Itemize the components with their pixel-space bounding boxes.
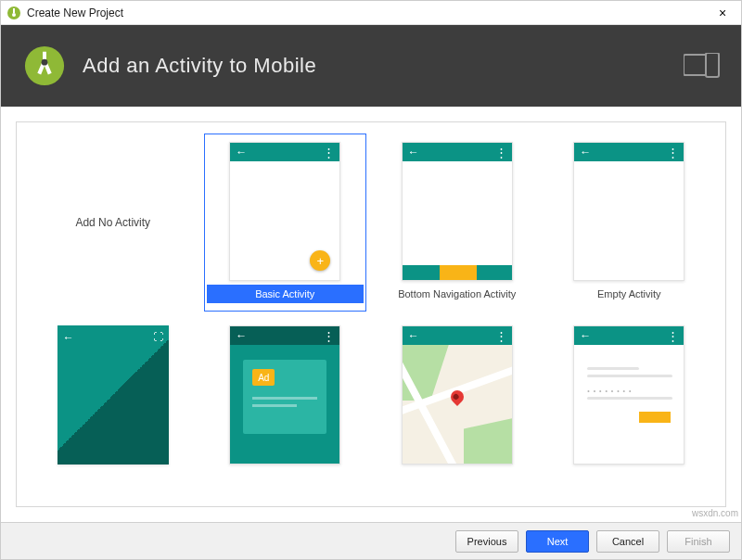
template-basic-activity[interactable]: ← ⋮ + Basic Activity [204, 134, 367, 312]
svg-rect-6 [706, 53, 719, 77]
template-bottom-navigation-activity[interactable]: ← ⋮ Bottom Navigation Activity [376, 134, 539, 312]
template-label [34, 468, 192, 487]
back-arrow-icon: ← [580, 329, 591, 342]
back-arrow-icon: ← [236, 329, 247, 342]
thumbnail-appbar: ← ⋮ [574, 326, 684, 345]
template-empty-activity[interactable]: ← ⋮ Empty Activity [548, 134, 711, 312]
thumbnail-appbar: ← ⋮ [230, 143, 339, 161]
template-thumbnail: ← ⋮ • • • • • • • • [573, 325, 684, 465]
template-label: Bottom Navigation Activity [378, 285, 536, 303]
template-google-maps-activity[interactable]: ← ⋮ [376, 317, 539, 495]
back-arrow-icon: ← [408, 329, 419, 342]
login-field [587, 367, 639, 370]
overflow-menu-icon: ⋮ [323, 329, 334, 343]
ad-card: Ad [243, 360, 326, 434]
fullscreen-icon: ⛶ [153, 331, 163, 342]
template-thumbnail: ← ⋮ [573, 142, 684, 281]
overflow-menu-icon: ⋮ [495, 329, 506, 343]
template-thumbnail: ← ⋮ Ad [229, 325, 340, 465]
login-button-glyph [639, 412, 671, 423]
login-field [587, 375, 672, 377]
thumbnail-appbar: ← ⋮ [230, 326, 339, 345]
watermark: wsxdn.com [692, 508, 738, 518]
content-area: Add No Activity ← ⋮ + Basic Activity ← ⋮… [1, 107, 741, 522]
template-add-no-activity[interactable]: Add No Activity [32, 134, 195, 312]
login-field [587, 397, 672, 400]
back-arrow-icon: ← [236, 146, 247, 159]
finish-button[interactable]: Finish [667, 530, 730, 553]
previous-button[interactable]: Previous [455, 530, 518, 553]
template-label: Basic Activity [207, 285, 365, 303]
template-label: Add No Activity [75, 136, 150, 309]
overflow-menu-icon: ⋮ [667, 329, 678, 343]
template-login-activity[interactable]: ← ⋮ • • • • • • • • [548, 317, 711, 495]
ad-badge: Ad [252, 369, 275, 386]
close-icon[interactable]: × [710, 6, 736, 20]
thumbnail-appbar: ← ⋮ [403, 326, 512, 345]
android-studio-logo-icon [23, 45, 66, 87]
back-arrow-icon: ← [63, 331, 74, 344]
template-label [378, 468, 536, 487]
android-studio-icon [6, 6, 21, 20]
svg-rect-1 [13, 8, 15, 13]
map-region [464, 417, 513, 465]
svg-point-2 [12, 13, 16, 17]
banner-title: Add an Activity to Mobile [83, 54, 316, 78]
template-fullscreen-activity[interactable]: ← ⛶ [32, 317, 195, 495]
template-label [207, 468, 365, 487]
template-grid: Add No Activity ← ⋮ + Basic Activity ← ⋮… [16, 121, 726, 507]
template-thumbnail: ← ⋮ [402, 325, 513, 465]
template-thumbnail: ← ⋮ + [229, 142, 340, 281]
back-arrow-icon: ← [408, 146, 419, 159]
next-button[interactable]: Next [526, 530, 589, 553]
thumbnail-appbar: ← ⋮ [403, 143, 512, 161]
fab-icon: + [310, 250, 330, 271]
back-arrow-icon: ← [580, 146, 591, 159]
overflow-menu-icon: ⋮ [495, 146, 506, 159]
ad-line [252, 397, 317, 400]
thumbnail-bottom-nav [403, 265, 512, 280]
ad-line [252, 404, 297, 407]
template-thumbnail: ← ⋮ [402, 142, 513, 281]
overflow-menu-icon: ⋮ [667, 146, 678, 159]
template-admob-ads-activity[interactable]: ← ⋮ Ad [204, 317, 367, 495]
login-password: • • • • • • • • [587, 388, 632, 390]
template-thumbnail: ← ⛶ [58, 325, 169, 465]
wizard-footer: Previous Next Cancel Finish [1, 522, 741, 559]
template-label [551, 468, 709, 487]
wizard-banner: Add an Activity to Mobile [1, 25, 741, 107]
overflow-menu-icon: ⋮ [323, 146, 334, 159]
titlebar: Create New Project × [1, 1, 741, 25]
thumbnail-appbar: ← ⋮ [574, 143, 684, 161]
svg-point-4 [42, 59, 48, 66]
cancel-button[interactable]: Cancel [596, 530, 659, 553]
device-icon [684, 53, 721, 79]
window-title: Create New Project [27, 6, 710, 19]
template-label: Empty Activity [551, 285, 709, 303]
